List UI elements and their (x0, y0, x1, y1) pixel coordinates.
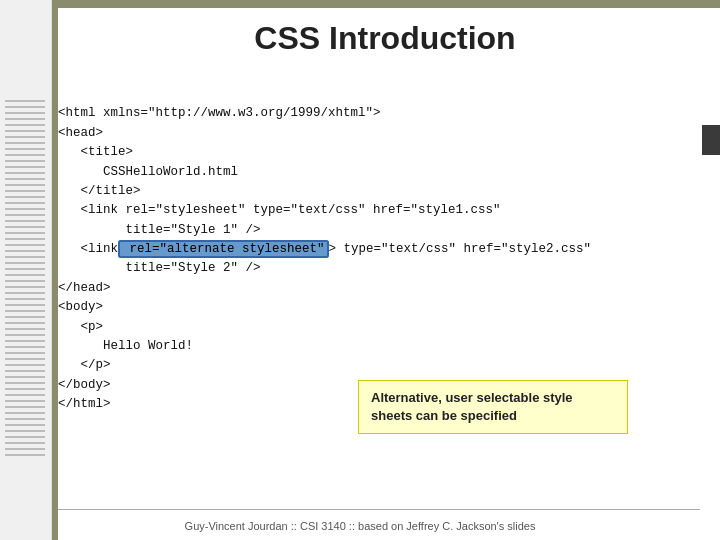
deco-line (5, 310, 45, 312)
deco-line (5, 172, 45, 174)
code-block: <html xmlns="http://www.w3.org/1999/xhtm… (58, 85, 700, 414)
deco-line (5, 322, 45, 324)
deco-line (5, 382, 45, 384)
deco-line (5, 202, 45, 204)
deco-line (5, 190, 45, 192)
deco-line (5, 220, 45, 222)
deco-line (5, 136, 45, 138)
right-accent-block (702, 125, 720, 155)
top-accent-bar (58, 0, 720, 8)
deco-line (5, 388, 45, 390)
title-area: CSS Introduction (80, 20, 690, 57)
deco-line (5, 442, 45, 444)
deco-line (5, 166, 45, 168)
deco-line (5, 334, 45, 336)
code-area: <html xmlns="http://www.w3.org/1999/xhtm… (58, 85, 700, 490)
footer-text: Guy-Vincent Jourdan :: CSI 3140 :: based… (185, 520, 536, 532)
deco-line (5, 454, 45, 456)
deco-line (5, 154, 45, 156)
left-sidebar (0, 0, 52, 540)
deco-line (5, 244, 45, 246)
deco-line (5, 376, 45, 378)
deco-line (5, 178, 45, 180)
deco-line (5, 328, 45, 330)
deco-line (5, 430, 45, 432)
deco-line (5, 232, 45, 234)
deco-line (5, 400, 45, 402)
deco-line (5, 124, 45, 126)
deco-line (5, 274, 45, 276)
deco-line (5, 214, 45, 216)
deco-line (5, 256, 45, 258)
deco-line (5, 106, 45, 108)
deco-line (5, 130, 45, 132)
slide-title: CSS Introduction (80, 20, 690, 57)
deco-line (5, 424, 45, 426)
deco-line (5, 286, 45, 288)
deco-line (5, 316, 45, 318)
deco-line (5, 160, 45, 162)
deco-line (5, 406, 45, 408)
deco-line (5, 118, 45, 120)
footer-divider (58, 509, 700, 510)
callout-box: Alternative, user selectable style sheet… (358, 380, 628, 434)
deco-line (5, 112, 45, 114)
deco-line (5, 148, 45, 150)
deco-line (5, 100, 45, 102)
deco-line (5, 262, 45, 264)
deco-line (5, 142, 45, 144)
deco-line (5, 196, 45, 198)
deco-line (5, 352, 45, 354)
callout-text: Alternative, user selectable style sheet… (371, 390, 573, 423)
deco-line (5, 280, 45, 282)
deco-line (5, 238, 45, 240)
deco-line (5, 292, 45, 294)
deco-line (5, 370, 45, 372)
deco-line (5, 364, 45, 366)
highlighted-attribute: rel="alternate stylesheet" (118, 240, 329, 258)
decorative-lines (5, 100, 45, 460)
footer: Guy-Vincent Jourdan :: CSI 3140 :: based… (0, 520, 720, 532)
deco-line (5, 226, 45, 228)
deco-line (5, 448, 45, 450)
deco-line (5, 208, 45, 210)
deco-line (5, 340, 45, 342)
deco-line (5, 412, 45, 414)
deco-line (5, 268, 45, 270)
deco-line (5, 250, 45, 252)
deco-line (5, 298, 45, 300)
deco-line (5, 436, 45, 438)
deco-line (5, 184, 45, 186)
deco-line (5, 394, 45, 396)
deco-line (5, 304, 45, 306)
deco-line (5, 418, 45, 420)
deco-line (5, 358, 45, 360)
deco-line (5, 346, 45, 348)
